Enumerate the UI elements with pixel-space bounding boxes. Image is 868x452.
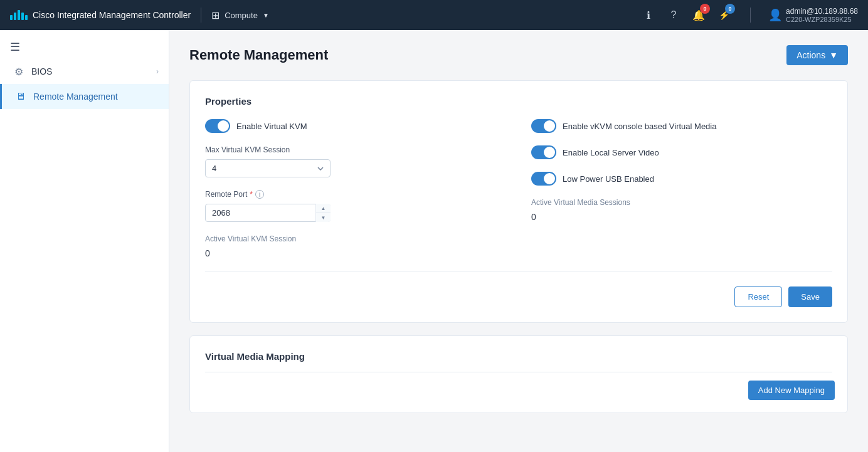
page-title: Remote Management <box>189 47 328 63</box>
enable-virtual-kvm-label: Enable Virtual KVM <box>236 122 307 131</box>
remote-port-input[interactable] <box>205 204 331 222</box>
remote-port-required: * <box>250 190 253 199</box>
max-kvm-session-select[interactable]: 4 1 2 3 5 6 7 8 <box>205 159 331 177</box>
low-power-usb-label: Low Power USB Enabled <box>563 174 654 184</box>
properties-card-title: Properties <box>205 96 832 107</box>
properties-card: Properties Enable Virtual KVM Max Vir <box>189 80 848 323</box>
enable-virtual-kvm-toggle[interactable] <box>205 119 230 133</box>
cisco-logo <box>10 10 28 20</box>
active-kvm-value: 0 <box>205 248 506 258</box>
sidebar-remote-mgmt-label: Remote Management <box>33 92 118 102</box>
topnav-right: ℹ ? 🔔 0 ⚡ 0 👤 admin@10.189.88.68 C220-WZ… <box>640 6 858 24</box>
remote-mgmt-icon: 🖥 <box>14 90 27 103</box>
compute-label: Compute <box>225 11 258 20</box>
reset-button[interactable]: Reset <box>734 286 782 307</box>
user-hostname: C220-WZP28359K25 <box>786 16 858 23</box>
compute-selector[interactable]: ⊞ Compute ▼ <box>211 9 269 21</box>
low-power-usb-row: Low Power USB Enabled <box>531 172 832 186</box>
low-power-usb-toggle[interactable] <box>531 172 556 186</box>
spinbox-down-button[interactable]: ▼ <box>316 213 331 222</box>
remote-port-spinbox: ▲ ▼ <box>205 204 331 222</box>
topnav-divider <box>201 8 201 23</box>
enable-vkvm-console-toggle[interactable] <box>531 119 556 133</box>
remote-port-info-icon[interactable]: i <box>255 190 264 199</box>
props-left: Enable Virtual KVM Max Virtual KVM Sessi… <box>205 119 506 258</box>
virtual-media-title: Virtual Media Mapping <box>205 351 832 362</box>
sidebar-item-bios[interactable]: ⚙ BIOS › <box>0 59 169 84</box>
card-actions: Reset Save <box>205 284 832 307</box>
enable-virtual-kvm-row: Enable Virtual KVM <box>205 119 506 133</box>
enable-vkvm-console-row: Enable vKVM console based Virtual Media <box>531 119 832 133</box>
card-divider <box>205 271 832 271</box>
spinbox-arrows: ▲ ▼ <box>315 204 331 222</box>
user-menu[interactable]: 👤 admin@10.189.88.68 C220-WZP28359K25 <box>768 7 858 23</box>
remote-port-label-container: Remote Port * i <box>205 190 506 199</box>
vme-divider <box>205 372 832 372</box>
active-media-label: Active Virtual Media Sessions <box>531 198 832 207</box>
save-button[interactable]: Save <box>788 286 832 307</box>
properties-grid: Enable Virtual KVM Max Virtual KVM Sessi… <box>205 119 832 258</box>
props-right: Enable vKVM console based Virtual Media … <box>531 119 832 258</box>
sidebar-bios-label: BIOS <box>31 66 52 76</box>
enable-local-video-label: Enable Local Server Video <box>563 148 659 157</box>
actions-button[interactable]: Actions ▼ <box>786 45 848 65</box>
page-header: Remote Management Actions ▼ <box>189 45 848 65</box>
bios-chevron-icon: › <box>156 67 159 76</box>
user-avatar-icon: 👤 <box>768 8 782 22</box>
virtual-media-card: Virtual Media Mapping Add New Mapping <box>189 335 848 413</box>
max-kvm-session-row: Max Virtual KVM Session 4 1 2 3 5 6 7 8 <box>205 145 506 177</box>
sidebar-item-remote-management[interactable]: 🖥 Remote Management <box>0 84 169 109</box>
main-layout: ☰ ⚙ BIOS › 🖥 Remote Management Remote Ma… <box>0 30 868 452</box>
active-media-sessions-row: Active Virtual Media Sessions 0 <box>531 198 832 222</box>
max-kvm-session-label: Max Virtual KVM Session <box>205 145 506 154</box>
active-kvm-session-row: Active Virtual KVM Session 0 <box>205 234 506 258</box>
active-kvm-label: Active Virtual KVM Session <box>205 234 506 243</box>
remote-port-row: Remote Port * i ▲ ▼ <box>205 190 506 222</box>
actions-label: Actions <box>797 50 825 60</box>
cisco-bars-icon <box>10 10 28 20</box>
add-new-mapping-button[interactable]: Add New Mapping <box>748 381 835 400</box>
enable-local-video-toggle[interactable] <box>531 145 556 159</box>
main-content: Remote Management Actions ▼ Properties <box>169 30 868 452</box>
enable-vkvm-console-label: Enable vKVM console based Virtual Media <box>563 122 716 131</box>
help-icon[interactable]: ? <box>665 6 682 24</box>
enable-local-video-row: Enable Local Server Video <box>531 145 832 159</box>
sidebar-hamburger[interactable]: ☰ <box>0 35 169 59</box>
spinbox-up-button[interactable]: ▲ <box>316 204 331 213</box>
sidebar: ☰ ⚙ BIOS › 🖥 Remote Management <box>0 30 169 452</box>
app-logo: Cisco Integrated Management Controller <box>10 10 191 20</box>
activity-badge: 0 <box>725 4 735 14</box>
remote-port-label: Remote Port <box>205 190 247 199</box>
user-email: admin@10.189.88.68 <box>786 7 858 16</box>
topnav: Cisco Integrated Management Controller ⊞… <box>0 0 868 30</box>
actions-chevron-icon: ▼ <box>829 50 838 60</box>
user-info: admin@10.189.88.68 C220-WZP28359K25 <box>786 7 858 23</box>
activity-icon[interactable]: ⚡ 0 <box>715 6 733 24</box>
notifications-icon[interactable]: 🔔 0 <box>690 6 707 24</box>
info-icon[interactable]: ℹ <box>640 6 657 24</box>
bios-icon: ⚙ <box>13 65 25 78</box>
app-title: Cisco Integrated Management Controller <box>33 10 191 20</box>
topnav-right-divider <box>750 8 751 23</box>
compute-chevron-icon: ▼ <box>263 12 269 19</box>
notification-badge: 0 <box>700 4 710 14</box>
active-media-value: 0 <box>531 212 832 222</box>
